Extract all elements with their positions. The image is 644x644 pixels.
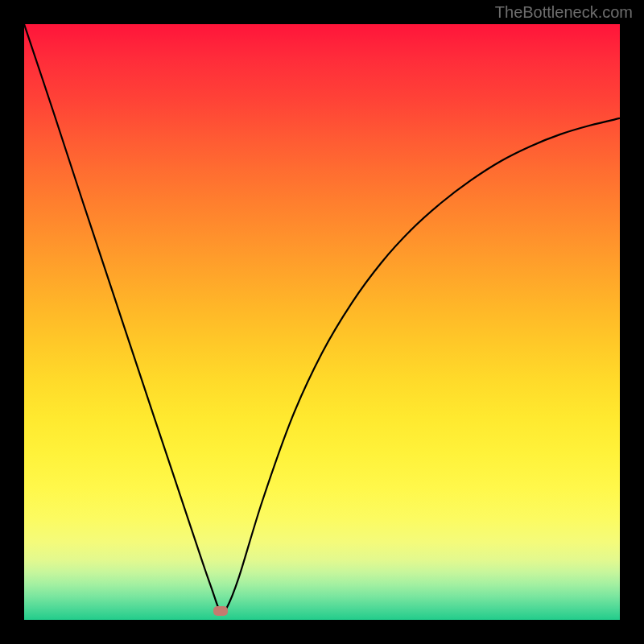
curve-path (24, 24, 620, 612)
watermark-text: TheBottleneck.com (495, 3, 633, 22)
chart-frame: TheBottleneck.com (0, 0, 644, 644)
plot-area (24, 24, 620, 620)
bottleneck-curve (24, 24, 620, 620)
sweet-spot-marker (213, 606, 228, 616)
